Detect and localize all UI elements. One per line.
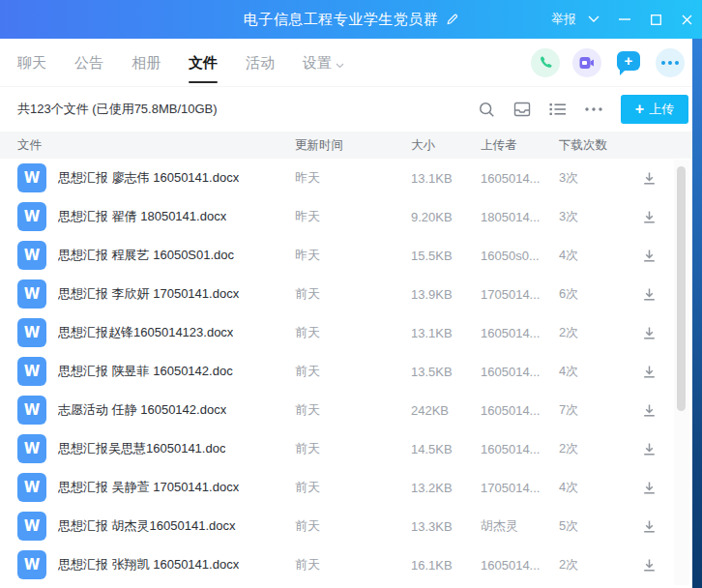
report-button[interactable]: 举报 xyxy=(551,11,578,28)
tab-settings[interactable]: 设置 xyxy=(303,42,344,83)
window-edge-background xyxy=(692,39,702,588)
file-row[interactable]: W 思想汇报 张翔凯 16050141.docx 前天 16.1KB 16050… xyxy=(0,545,692,584)
col-size: 大小 xyxy=(411,137,481,154)
file-cell: W 思想汇报 胡杰灵16050141.docx xyxy=(17,512,295,541)
minimize-button[interactable] xyxy=(609,0,640,39)
file-name: 思想汇报 廖志伟 16050141.docx xyxy=(58,169,239,187)
file-uploader: 1705014... xyxy=(481,287,559,302)
upload-plus-icon: + xyxy=(635,102,644,117)
file-row[interactable]: W 思想汇报 吴静萱 17050141.docx 前天 13.2KB 17050… xyxy=(0,468,692,507)
file-updated-time: 前天 xyxy=(295,517,411,535)
file-row[interactable]: W 思想汇报 翟倩 18050141.docx 昨天 9.20KB 180501… xyxy=(0,197,692,236)
file-download-count: 6次 xyxy=(559,285,640,303)
download-file-icon[interactable] xyxy=(640,285,658,304)
word-doc-icon: W xyxy=(17,550,46,579)
upload-button[interactable]: + 上传 xyxy=(621,95,688,124)
tab-notice[interactable]: 公告 xyxy=(74,42,103,83)
file-updated-time: 前天 xyxy=(295,556,411,573)
file-row[interactable]: W 思想汇报 廖志伟 16050141.docx 昨天 13.1KB 16050… xyxy=(0,159,692,197)
file-name: 思想汇报赵锋1605014123.docx xyxy=(58,324,233,341)
file-row[interactable]: W 思想汇报吴思慧16050141.doc 前天 14.5KB 1605014.… xyxy=(0,429,692,468)
file-row[interactable]: W 思想汇报 胡杰灵16050141.docx 前天 13.3KB 胡杰灵 5次 xyxy=(0,507,692,545)
voice-call-icon[interactable] xyxy=(531,48,560,77)
tabs: 聊天 公告 相册 文件 活动 设置 xyxy=(17,42,344,83)
file-updated-time: 昨天 xyxy=(295,247,411,264)
file-uploader: 1605014... xyxy=(481,558,559,573)
file-row[interactable]: W 思想汇报 程展艺 16050S01.doc 昨天 15.5KB 16050s… xyxy=(0,236,692,275)
report-dropdown-chevron-icon[interactable] xyxy=(578,0,609,39)
file-name: 志愿活动 任静 16050142.docx xyxy=(58,401,226,419)
stats-bar: 共123个文件 (已使用75.8MB/10GB) + 上传 xyxy=(0,87,702,132)
word-doc-icon: W xyxy=(17,318,46,347)
file-row[interactable]: W 思想汇报赵锋1605014123.docx 前天 13.1KB 160501… xyxy=(0,313,692,352)
file-download-count: 2次 xyxy=(559,556,640,573)
download-file-icon[interactable] xyxy=(640,517,658,536)
word-doc-icon: W xyxy=(17,473,46,502)
download-file-icon[interactable] xyxy=(640,324,658,342)
col-downloads: 下载次数 xyxy=(559,137,640,154)
file-updated-time: 昨天 xyxy=(295,169,411,187)
file-name: 思想汇报 张翔凯 16050141.docx xyxy=(58,556,239,573)
group-title: 电子信息工程专业学生党员群 xyxy=(244,11,439,29)
col-uploader: 上传者 xyxy=(481,137,559,154)
file-size: 15.5KB xyxy=(411,249,481,263)
download-file-icon[interactable] xyxy=(640,247,658,265)
file-download-count: 2次 xyxy=(559,440,640,457)
edit-title-icon[interactable] xyxy=(445,13,458,26)
toolbar-more-icon[interactable] xyxy=(585,107,602,111)
file-row[interactable]: W 志愿活动 任静 16050142.docx 前天 242KB 1605014… xyxy=(0,391,692,429)
word-doc-icon: W xyxy=(17,202,46,231)
file-name: 思想汇报 翟倩 18050141.docx xyxy=(58,208,226,225)
word-doc-icon: W xyxy=(17,163,46,192)
group-title-wrap: 电子信息工程专业学生党员群 xyxy=(244,0,459,39)
close-button[interactable] xyxy=(671,0,702,39)
file-row[interactable]: W 思想汇报 李欣妍 17050141.docx 前天 13.9KB 17050… xyxy=(0,275,692,313)
file-size: 13.1KB xyxy=(411,171,481,186)
file-size: 242KB xyxy=(411,403,481,418)
tab-album[interactable]: 相册 xyxy=(132,42,161,83)
video-call-icon[interactable] xyxy=(572,48,601,77)
file-updated-time: 前天 xyxy=(295,440,411,457)
file-size: 13.5KB xyxy=(411,365,481,379)
file-cell: W 思想汇报吴思慧16050141.doc xyxy=(17,434,295,463)
file-name: 思想汇报 程展艺 16050S01.doc xyxy=(58,247,234,264)
feedback-bubble-icon[interactable]: + xyxy=(616,50,641,75)
file-uploader: 1605014... xyxy=(481,365,559,379)
file-uploader: 1605014... xyxy=(481,326,559,340)
download-file-icon[interactable] xyxy=(640,363,658,381)
download-file-icon[interactable] xyxy=(640,440,658,458)
file-row[interactable]: W 思想汇报 陕昱菲 16050142.doc 前天 13.5KB 160501… xyxy=(0,352,692,391)
download-file-icon[interactable] xyxy=(640,208,658,226)
list-view-icon[interactable] xyxy=(549,103,567,116)
file-name: 思想汇报 李欣妍 17050141.docx xyxy=(58,285,239,303)
download-file-icon[interactable] xyxy=(640,556,658,574)
file-uploader: 1605014... xyxy=(481,171,559,186)
tab-chat[interactable]: 聊天 xyxy=(17,42,46,83)
scrollbar-thumb[interactable] xyxy=(677,166,686,411)
maximize-button[interactable] xyxy=(640,0,671,39)
file-name: 思想汇报 吴静萱 17050141.docx xyxy=(58,479,239,496)
file-download-count: 4次 xyxy=(559,479,640,496)
download-file-icon[interactable] xyxy=(640,401,658,420)
word-doc-icon: W xyxy=(17,357,46,386)
file-updated-time: 前天 xyxy=(295,479,411,496)
tab-files[interactable]: 文件 xyxy=(189,42,218,83)
file-download-count: 3次 xyxy=(559,169,640,187)
word-doc-icon: W xyxy=(17,279,46,309)
search-icon[interactable] xyxy=(479,102,495,118)
file-updated-time: 前天 xyxy=(295,363,411,380)
tab-activity[interactable]: 活动 xyxy=(246,42,275,83)
download-file-icon[interactable] xyxy=(640,169,658,188)
file-count-summary: 共123个文件 (已使用75.8MB/10GB) xyxy=(17,101,218,118)
download-file-icon[interactable] xyxy=(640,479,658,497)
file-size: 14.5KB xyxy=(411,442,481,456)
file-uploader: 1805014... xyxy=(481,210,559,224)
tabbar-action-icons: + xyxy=(531,48,685,77)
file-cell: W 思想汇报 陕昱菲 16050142.doc xyxy=(17,357,295,386)
file-download-count: 4次 xyxy=(559,247,640,264)
file-size: 13.1KB xyxy=(411,326,481,340)
table-header: 文件 更新时间 大小 上传者 下载次数 xyxy=(0,132,692,159)
more-actions-icon[interactable] xyxy=(656,48,685,77)
file-size: 13.2KB xyxy=(411,481,481,495)
received-files-tray-icon[interactable] xyxy=(513,102,531,117)
